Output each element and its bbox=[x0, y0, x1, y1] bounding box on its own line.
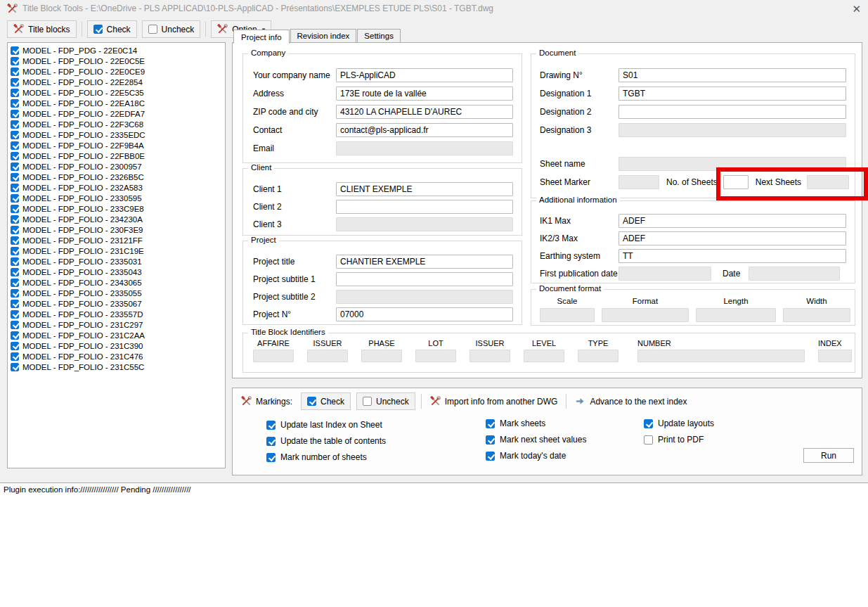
client1-input[interactable] bbox=[336, 182, 513, 196]
model-item-checkbox[interactable] bbox=[11, 162, 19, 171]
zip-city-input[interactable] bbox=[336, 105, 513, 119]
model-list-item[interactable]: MODEL - FDP_FOLIO - 22EA18C bbox=[8, 98, 224, 108]
advance-index-button[interactable]: Advance to the next index bbox=[572, 394, 689, 409]
marking-option[interactable]: Update layouts bbox=[644, 416, 714, 430]
model-item-checkbox[interactable] bbox=[11, 173, 19, 181]
model-item-checkbox[interactable] bbox=[11, 257, 19, 266]
model-item-checkbox[interactable] bbox=[11, 279, 19, 287]
close-icon[interactable]: ✕ bbox=[852, 4, 861, 14]
marking-option[interactable]: Update the table of contents bbox=[266, 434, 386, 448]
model-list-item[interactable]: MODEL - FDP_FOLIO - 22E2854 bbox=[8, 77, 224, 87]
model-item-checkbox[interactable] bbox=[11, 46, 19, 55]
model-list-item[interactable]: MODEL - FDP_FOLIO - 22EDFA7 bbox=[8, 108, 224, 119]
project-title-input[interactable] bbox=[336, 255, 513, 269]
print-to-pdf-checkbox[interactable] bbox=[644, 435, 653, 445]
mark-next-sheet-values-checkbox[interactable] bbox=[486, 435, 495, 445]
model-item-checkbox[interactable] bbox=[11, 205, 19, 213]
tab-project-info[interactable]: Project info bbox=[233, 30, 290, 44]
model-item-checkbox[interactable] bbox=[11, 89, 19, 97]
import-info-button[interactable]: Import info from another DWG bbox=[427, 394, 561, 409]
model-list-item[interactable]: MODEL - FDP_FOLIO - 231C297 bbox=[8, 319, 224, 330]
model-item-checkbox[interactable] bbox=[11, 194, 19, 203]
designation1-input[interactable] bbox=[618, 87, 846, 101]
model-list-item[interactable]: MODEL - FDP_PDG - 22E0C14 bbox=[8, 45, 224, 56]
check-checkbox[interactable] bbox=[93, 25, 103, 34]
marking-option[interactable]: Update last Index on Sheet bbox=[266, 418, 386, 432]
model-list-item[interactable]: MODEL - FDP_FOLIO - 230F3E9 bbox=[8, 224, 224, 235]
project-subtitle1-input[interactable] bbox=[336, 272, 513, 286]
model-item-checkbox[interactable] bbox=[11, 236, 19, 245]
model-item-checkbox[interactable] bbox=[11, 300, 19, 308]
tab-settings[interactable]: Settings bbox=[357, 29, 401, 42]
model-list-item[interactable]: MODEL - FDP_FOLIO - 2335031 bbox=[8, 256, 224, 267]
model-item-checkbox[interactable] bbox=[11, 141, 19, 150]
model-list[interactable]: MODEL - FDP_PDG - 22E0C14 MODEL - FDP_FO… bbox=[7, 42, 226, 468]
model-list-item[interactable]: MODEL - FDP_FOLIO - 2343065 bbox=[8, 277, 224, 288]
model-list-item[interactable]: MODEL - FDP_FOLIO - 2335067 bbox=[8, 298, 224, 309]
company-name-input[interactable] bbox=[336, 68, 513, 82]
model-item-checkbox[interactable] bbox=[11, 331, 19, 340]
model-list-item[interactable]: MODEL - FDP_FOLIO - 23121FF bbox=[8, 235, 224, 245]
mark-todays-date-checkbox[interactable] bbox=[486, 452, 495, 461]
model-list-item[interactable]: MODEL - FDP_FOLIO - 231C55C bbox=[8, 362, 224, 372]
markings-uncheck-checkbox[interactable] bbox=[363, 397, 372, 406]
model-list-item[interactable]: MODEL - FDP_FOLIO - 22E0C5E bbox=[8, 56, 224, 66]
model-list-item[interactable]: MODEL - FDP_FOLIO - 231C2AA bbox=[8, 330, 224, 340]
marking-option[interactable]: Mark number of sheets bbox=[266, 450, 386, 464]
model-item-checkbox[interactable] bbox=[11, 57, 19, 65]
model-list-item[interactable]: MODEL - FDP_FOLIO - 22F3C68 bbox=[8, 119, 224, 129]
markings-uncheck-toggle[interactable]: Uncheck bbox=[356, 392, 415, 410]
model-list-item[interactable]: MODEL - FDP_FOLIO - 232A583 bbox=[8, 182, 224, 193]
model-list-item[interactable]: MODEL - FDP_FOLIO - 2335043 bbox=[8, 267, 224, 277]
model-list-item[interactable]: MODEL - FDP_FOLIO - 233C9E8 bbox=[8, 203, 224, 214]
uncheck-toggle[interactable]: Uncheck bbox=[142, 20, 201, 38]
model-list-item[interactable]: MODEL - FDP_FOLIO - 2326B5C bbox=[8, 172, 224, 182]
model-list-item[interactable]: MODEL - FDP_FOLIO - 233557D bbox=[8, 309, 224, 319]
model-item-checkbox[interactable] bbox=[11, 215, 19, 224]
model-list-item[interactable]: MODEL - FDP_FOLIO - 22FBB0E bbox=[8, 151, 224, 161]
designation2-input[interactable] bbox=[618, 105, 846, 119]
marking-option[interactable]: Mark next sheet values bbox=[486, 433, 586, 447]
check-toggle[interactable]: Check bbox=[87, 20, 137, 38]
model-list-item[interactable]: MODEL - FDP_FOLIO - 234230A bbox=[8, 214, 224, 224]
model-item-checkbox[interactable] bbox=[11, 110, 19, 118]
model-item-checkbox[interactable] bbox=[11, 342, 19, 350]
run-button[interactable]: Run bbox=[803, 448, 854, 463]
marking-option[interactable]: Mark today's date bbox=[486, 449, 586, 463]
marking-option[interactable]: Mark sheets bbox=[486, 416, 586, 430]
model-list-item[interactable]: MODEL - FDP_FOLIO - 231C19E bbox=[8, 245, 224, 256]
mark-sheets-checkbox[interactable] bbox=[486, 419, 495, 428]
project-number-input[interactable] bbox=[336, 307, 513, 321]
model-item-checkbox[interactable] bbox=[11, 268, 19, 276]
model-item-checkbox[interactable] bbox=[11, 131, 19, 139]
update-layouts-checkbox[interactable] bbox=[644, 419, 653, 428]
update-last-index-checkbox[interactable] bbox=[266, 421, 276, 430]
model-list-item[interactable]: MODEL - FDP_FOLIO - 2300957 bbox=[8, 161, 224, 172]
model-item-checkbox[interactable] bbox=[11, 289, 19, 298]
model-list-item[interactable]: MODEL - FDP_FOLIO - 22E5C35 bbox=[8, 87, 224, 98]
contact-input[interactable] bbox=[336, 123, 513, 137]
uncheck-checkbox[interactable] bbox=[148, 25, 157, 34]
model-item-checkbox[interactable] bbox=[11, 99, 19, 108]
model-item-checkbox[interactable] bbox=[11, 363, 19, 371]
model-item-checkbox[interactable] bbox=[11, 310, 19, 319]
next-sheets-field[interactable] bbox=[723, 175, 749, 189]
model-item-checkbox[interactable] bbox=[11, 247, 19, 255]
model-item-checkbox[interactable] bbox=[11, 226, 19, 234]
model-item-checkbox[interactable] bbox=[11, 152, 19, 160]
client2-input[interactable] bbox=[336, 200, 513, 214]
model-item-checkbox[interactable] bbox=[11, 321, 19, 329]
model-list-item[interactable]: MODEL - FDP_FOLIO - 231C476 bbox=[8, 351, 224, 362]
model-item-checkbox[interactable] bbox=[11, 78, 19, 87]
model-list-item[interactable]: MODEL - FDP_FOLIO - 2335055 bbox=[8, 288, 224, 298]
markings-check-toggle[interactable]: Check bbox=[301, 392, 351, 410]
tab-revision-index[interactable]: Revision index bbox=[290, 29, 357, 42]
address-input[interactable] bbox=[336, 87, 513, 101]
model-item-checkbox[interactable] bbox=[11, 120, 19, 129]
model-item-checkbox[interactable] bbox=[11, 352, 19, 361]
model-list-item[interactable]: MODEL - FDP_FOLIO - 2335EDC bbox=[8, 129, 224, 140]
marking-option[interactable]: Print to PDF bbox=[644, 433, 714, 447]
update-toc-checkbox[interactable] bbox=[266, 437, 276, 446]
model-item-checkbox[interactable] bbox=[11, 68, 19, 76]
mark-number-of-sheets-checkbox[interactable] bbox=[266, 453, 276, 462]
